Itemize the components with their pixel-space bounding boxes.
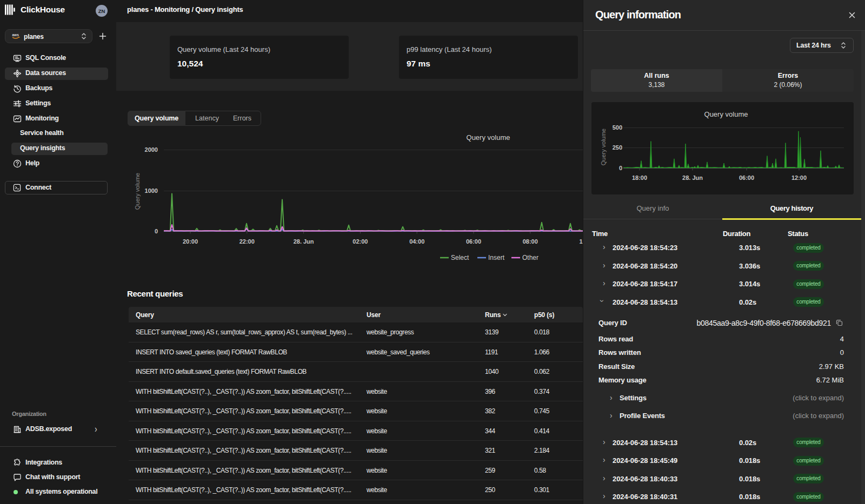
svg-text:18:00: 18:00: [632, 174, 647, 181]
svg-text:Query volume: Query volume: [467, 133, 510, 142]
svg-text:Query volume: Query volume: [600, 129, 607, 165]
svg-text:06:00: 06:00: [466, 238, 481, 245]
svg-text:04:00: 04:00: [409, 238, 424, 245]
svg-text:20:00: 20:00: [183, 238, 198, 245]
svg-text:0: 0: [155, 228, 158, 234]
svg-text:02:00: 02:00: [352, 238, 368, 245]
svg-text:12:00: 12:00: [791, 174, 807, 181]
svg-text:Select: Select: [451, 254, 469, 261]
svg-text:22:00: 22:00: [239, 238, 255, 245]
svg-text:28. Jun: 28. Jun: [294, 238, 314, 245]
svg-text:2000: 2000: [145, 146, 158, 153]
svg-text:28. Jun: 28. Jun: [682, 174, 703, 181]
svg-text:1000: 1000: [145, 187, 158, 194]
svg-text:Query volume: Query volume: [134, 173, 141, 210]
svg-text:Other: Other: [522, 254, 538, 261]
svg-text:Query volume: Query volume: [704, 110, 748, 118]
svg-text:Insert: Insert: [488, 254, 505, 261]
svg-text:250: 250: [613, 144, 622, 151]
svg-text:06:00: 06:00: [739, 174, 754, 181]
svg-text:aws: aws: [12, 33, 19, 37]
svg-text:0: 0: [619, 165, 622, 171]
svg-text:500: 500: [613, 124, 622, 131]
svg-text:08:00: 08:00: [523, 238, 538, 245]
